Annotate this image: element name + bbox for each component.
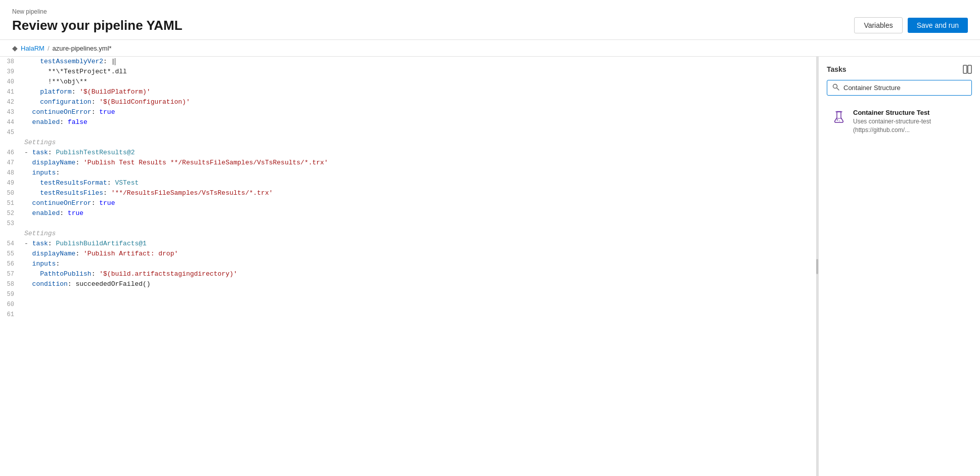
table-row: 56 inputs:: [0, 259, 816, 269]
task-name: Container Structure Test: [853, 109, 968, 116]
table-row: 41 platform: '$(BuildPlatform)': [0, 87, 816, 97]
table-row: 47 displayName: 'Publish Test Results **…: [0, 158, 816, 168]
table-row: 42 configuration: '$(BuildConfiguration)…: [0, 97, 816, 107]
svg-line-3: [837, 88, 839, 90]
table-row: 44 enabled: false: [0, 117, 816, 127]
header-actions: Variables Save and run: [854, 17, 968, 33]
svg-point-5: [839, 120, 840, 121]
task-info: Container Structure Test Uses container-…: [853, 109, 968, 135]
code-editor[interactable]: 38 testAssemblyVer2: |39 **\*TestProject…: [0, 57, 816, 476]
table-row: 46- task: PublishTestResults@2: [0, 148, 816, 158]
search-icon: [832, 83, 839, 92]
table-row: 48 inputs:: [0, 168, 816, 178]
breadcrumb-separator: /: [48, 45, 50, 52]
svg-rect-6: [836, 111, 841, 112]
page-title: Review your pipeline YAML: [12, 18, 183, 33]
header: New pipeline Review your pipeline YAML V…: [0, 0, 980, 40]
tasks-search-box[interactable]: [827, 80, 972, 96]
section-comment-row: Settings: [0, 229, 816, 239]
text-cursor: [115, 58, 115, 65]
table-row: 40 !**\obj\**: [0, 77, 816, 87]
table-row: 45: [0, 127, 816, 138]
svg-rect-0: [963, 65, 967, 73]
table-row: 57 PathtoPublish: '$(build.artifactstagi…: [0, 269, 816, 279]
page-container: New pipeline Review your pipeline YAML V…: [0, 0, 980, 476]
table-row: 39 **\*TestProject*.dll: [0, 67, 816, 77]
new-pipeline-label: New pipeline: [12, 8, 968, 15]
svg-rect-1: [968, 65, 971, 73]
task-description: Uses container-structure-test (https://g…: [853, 117, 968, 135]
page-title-row: Review your pipeline YAML Variables Save…: [12, 17, 968, 33]
table-row: 51 continueOnError: true: [0, 198, 816, 208]
tasks-title: Tasks: [827, 65, 847, 73]
code-table: 38 testAssemblyVer2: |39 **\*TestProject…: [0, 57, 816, 320]
breadcrumb-repo[interactable]: HalaRM: [21, 45, 44, 52]
main-content: 38 testAssemblyVer2: |39 **\*TestProject…: [0, 57, 980, 476]
table-row: 54- task: PublishBuildArtifacts@1: [0, 239, 816, 249]
divider-handle: [816, 259, 818, 274]
section-comment-row: Settings: [0, 138, 816, 148]
breadcrumb-modified: *: [109, 45, 112, 52]
table-row: 43 continueOnError: true: [0, 107, 816, 117]
table-row: 50 testResultsFiles: '**/ResultsFileSamp…: [0, 188, 816, 198]
table-row: 60: [0, 299, 816, 310]
table-row: 59: [0, 289, 816, 299]
table-row: 53: [0, 219, 816, 229]
tasks-header: Tasks: [827, 65, 972, 74]
table-row: 49 testResultsFormat: VSTest: [0, 178, 816, 188]
task-result-item[interactable]: Container Structure Test Uses container-…: [827, 104, 972, 140]
tasks-panel: Tasks: [818, 57, 980, 476]
save-and-run-button[interactable]: Save and run: [908, 18, 968, 33]
table-row: 52 enabled: true: [0, 208, 816, 219]
editor-divider[interactable]: [816, 57, 818, 476]
variables-button[interactable]: Variables: [854, 17, 902, 33]
repo-icon: ◆: [12, 44, 18, 52]
table-row: 55 displayName: 'Publish Artifact: drop': [0, 249, 816, 259]
task-icon: [831, 109, 847, 125]
svg-point-4: [837, 119, 838, 121]
collapse-panel-icon[interactable]: [963, 65, 972, 74]
table-row: 38 testAssemblyVer2: |: [0, 57, 816, 67]
tasks-search-input[interactable]: [843, 84, 966, 92]
table-row: 58 condition: succeededOrFailed(): [0, 279, 816, 289]
breadcrumb: ◆ HalaRM / azure-pipelines.yml*: [0, 40, 980, 57]
breadcrumb-file: azure-pipelines.yml*: [53, 45, 112, 52]
table-row: 61: [0, 310, 816, 320]
